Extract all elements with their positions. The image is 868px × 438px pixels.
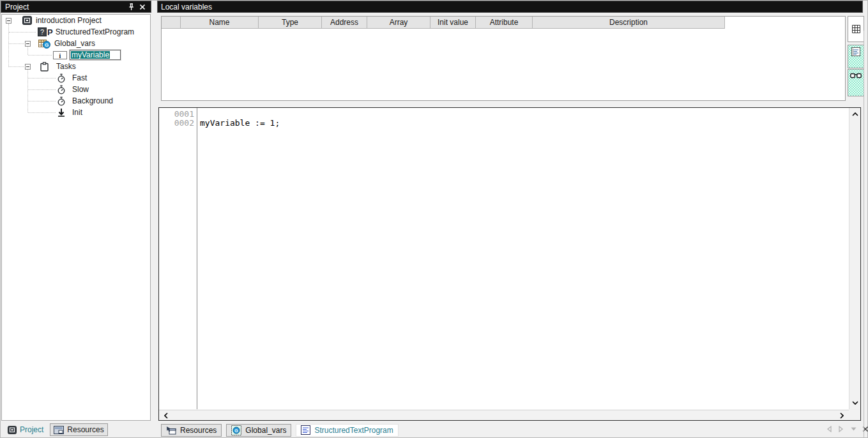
- line-number-gutter: 0001 0002: [159, 108, 197, 409]
- tab-scroll-right-icon[interactable]: [838, 425, 844, 433]
- svg-text:i: i: [59, 52, 61, 59]
- variables-toolbar: [848, 16, 864, 96]
- stopwatch-icon: [57, 96, 66, 106]
- scroll-down-icon[interactable]: [850, 398, 860, 407]
- stopwatch-icon: [57, 85, 66, 94]
- row-selector-header: [162, 17, 181, 29]
- init-icon: [57, 108, 66, 117]
- expander-icon[interactable]: [6, 18, 11, 24]
- local-variables-title: Local variables: [161, 3, 212, 11]
- program-icon: ?: [38, 27, 47, 36]
- editor-tabs: Resources G Global_vars StructuredTextPr…: [157, 423, 821, 437]
- st-editor: 0001 0002 myVariable := 1;: [158, 107, 861, 421]
- tab-nav-controls: [826, 425, 868, 433]
- tree-label-program[interactable]: StructuredTextProgram: [56, 27, 134, 36]
- scroll-right-icon[interactable]: [837, 411, 847, 420]
- tree-item-program: ? P StructuredTextProgram: [2, 26, 150, 38]
- vertical-scrollbar[interactable]: [849, 108, 860, 409]
- tab-project-label: Project: [20, 425, 43, 434]
- tree-label-task-init[interactable]: Init: [72, 108, 82, 117]
- svg-text:G: G: [45, 42, 49, 48]
- pin-icon[interactable]: [126, 3, 135, 11]
- tree-label-root[interactable]: introduction Project: [36, 16, 102, 25]
- tab-list-dropdown-icon[interactable]: [850, 425, 857, 433]
- resources-page-icon: [166, 426, 176, 435]
- scrollbar-corner: [849, 410, 860, 420]
- tab-global-vars-label: Global_vars: [245, 426, 286, 435]
- close-icon[interactable]: [138, 3, 147, 11]
- tab-resources-left-label: Resources: [67, 425, 103, 434]
- tree-label-task-background[interactable]: Background: [72, 96, 113, 105]
- code-line: [200, 110, 848, 119]
- global-vars-tab-icon: G: [231, 425, 241, 435]
- expander-icon[interactable]: [25, 41, 31, 47]
- tasks-icon: [40, 62, 49, 72]
- find-button[interactable]: [848, 69, 864, 96]
- col-header-type: Type: [259, 17, 322, 29]
- editor-content: 0001 0002 myVariable := 1;: [159, 108, 849, 409]
- st-program-tab-icon: [301, 425, 310, 435]
- ide-window: { "project_panel": { "title": "Project",…: [0, 0, 868, 438]
- tree-item-task-slow: Slow: [2, 84, 150, 95]
- expander-icon[interactable]: [25, 64, 31, 70]
- svg-text:G: G: [235, 428, 239, 433]
- grid-view-icon: [852, 25, 860, 33]
- tree-item-tasks: Tasks: [2, 61, 150, 72]
- tab-resources[interactable]: Resources: [161, 424, 222, 437]
- tab-structured-text-program-label: StructuredTextProgram: [314, 426, 393, 435]
- col-header-address: Address: [322, 17, 367, 29]
- info-icon: i: [53, 51, 67, 59]
- col-header-name: Name: [181, 17, 259, 29]
- variable-name-input[interactable]: myVariable: [70, 50, 121, 60]
- col-header-init-value: Init value: [430, 17, 476, 29]
- horizontal-scrollbar[interactable]: [159, 410, 849, 420]
- svg-text:?: ?: [40, 28, 44, 36]
- col-header-description: Description: [533, 17, 725, 29]
- tab-resources-label: Resources: [180, 426, 217, 435]
- project-tree: introduction Project ? P StructuredTextP…: [1, 14, 151, 421]
- scroll-up-icon[interactable]: [850, 110, 860, 119]
- variable-name-selected-text: myVariable: [71, 51, 110, 59]
- col-header-attribute: Attribute: [476, 17, 533, 29]
- tab-resources-left[interactable]: Resources: [50, 423, 107, 436]
- tab-structured-text-program[interactable]: StructuredTextProgram: [296, 424, 398, 437]
- project-panel-title: Project: [5, 3, 29, 11]
- resources-tab-icon: [54, 426, 64, 434]
- doc-list-icon: [851, 47, 861, 68]
- tab-global-vars[interactable]: G Global_vars: [226, 424, 291, 437]
- grid-view-button[interactable]: [848, 16, 864, 42]
- window-edge: [864, 31, 864, 438]
- scroll-left-icon[interactable]: [161, 411, 171, 420]
- project-tab-icon: [8, 426, 17, 434]
- tree-item-task-fast: Fast: [2, 72, 150, 84]
- tree-label-tasks[interactable]: Tasks: [56, 62, 76, 71]
- tree-item-task-background: Background: [2, 95, 150, 107]
- tree-item-global-vars: G Global_vars: [2, 38, 150, 49]
- program-type-badge: P: [47, 27, 53, 37]
- tree-label-global-vars[interactable]: Global_vars: [54, 39, 95, 48]
- code-area[interactable]: myVariable := 1;: [200, 110, 848, 408]
- global-vars-icon: G: [38, 39, 50, 49]
- variables-table: Name Type Address Array Init value Attri…: [161, 16, 846, 101]
- tree-label-task-fast[interactable]: Fast: [72, 73, 87, 82]
- tab-project[interactable]: Project: [4, 423, 47, 436]
- left-panel-tabs: Project Resources: [1, 423, 151, 437]
- project-panel-titlebar: Project: [1, 1, 151, 13]
- stopwatch-icon: [57, 73, 66, 83]
- line-number: 0001: [159, 110, 194, 119]
- col-header-array: Array: [367, 17, 430, 29]
- project-icon: [22, 16, 32, 25]
- local-variables-header: Local variables: [157, 1, 863, 13]
- tree-item-variable-editing: i myVariable: [2, 49, 150, 61]
- line-number: 0002: [159, 119, 194, 128]
- variables-table-header: Name Type Address Array Init value Attri…: [162, 17, 845, 29]
- doc-list-button[interactable]: [848, 45, 864, 68]
- code-line: myVariable := 1;: [200, 119, 848, 128]
- tab-scroll-left-icon[interactable]: [826, 425, 832, 433]
- tree-item-task-init: Init: [2, 107, 150, 118]
- tree-label-task-slow[interactable]: Slow: [72, 85, 89, 94]
- tree-item-root: introduction Project: [2, 15, 150, 26]
- glasses-icon: [850, 72, 862, 96]
